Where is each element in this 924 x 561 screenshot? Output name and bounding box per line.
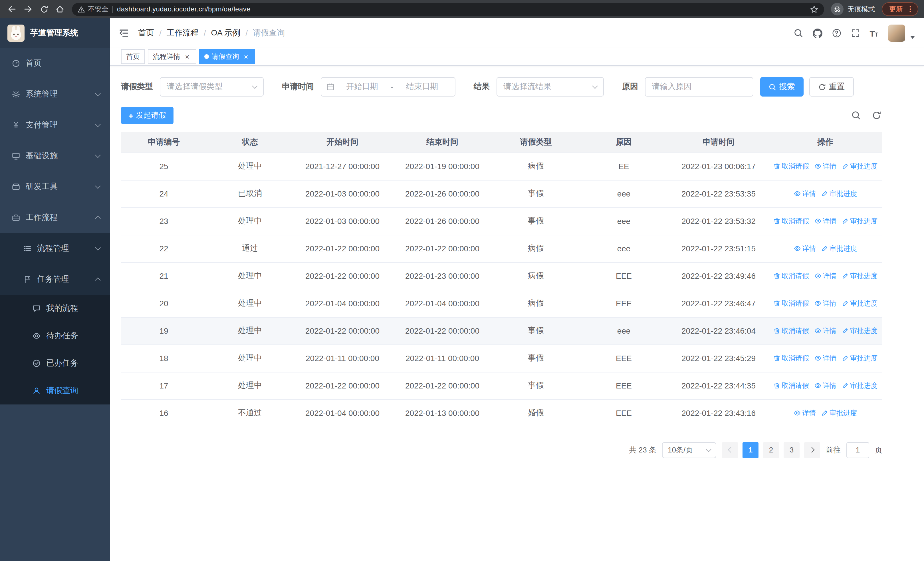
forward-button[interactable] [21, 2, 35, 17]
action-progress[interactable]: 审批进度 [842, 161, 878, 171]
breadcrumb-item[interactable]: OA 示例 [211, 28, 240, 38]
caret-down-icon[interactable] [910, 36, 915, 39]
sidebar-item-10[interactable]: 已办任务 [0, 350, 110, 377]
search-button[interactable]: 搜索 [760, 77, 804, 96]
sidebar-item-5[interactable]: 工作流程 [0, 202, 110, 233]
search-icon[interactable] [794, 29, 803, 38]
start-date-input[interactable]: 开始日期 [334, 82, 390, 92]
breadcrumb-item[interactable]: 首页 [138, 28, 154, 38]
action-detail[interactable]: 详情 [814, 381, 836, 391]
table-row[interactable]: 17处理中2022-01-22 00:00:002022-01-22 00:00… [121, 372, 882, 399]
result-select[interactable]: 请选择流结果 [496, 77, 604, 96]
action-cancel[interactable]: 取消请假 [773, 271, 809, 281]
action-cancel[interactable]: 取消请假 [773, 161, 809, 171]
back-button[interactable] [4, 2, 20, 17]
end-date-input[interactable]: 结束日期 [394, 82, 450, 92]
page-button-1[interactable]: 1 [742, 442, 759, 458]
apply-time-range-picker[interactable]: 开始日期 - 结束日期 [321, 77, 455, 96]
app-logo[interactable]: 芋道管理系统 [0, 18, 110, 48]
table-row[interactable]: 25处理中2021-12-27 00:00:002022-01-19 00:00… [121, 152, 882, 180]
leave-type-select[interactable]: 请选择请假类型 [160, 77, 264, 96]
table-row[interactable]: 20处理中2022-01-04 00:00:002022-01-04 00:00… [121, 290, 882, 317]
action-progress[interactable]: 审批进度 [821, 189, 857, 199]
table-row[interactable]: 22通过2022-01-22 00:00:002022-01-22 00:00:… [121, 235, 882, 262]
table-row[interactable]: 16不通过2022-01-04 00:00:002022-01-13 00:00… [121, 399, 882, 427]
reset-button[interactable]: 重置 [809, 77, 854, 96]
avatar[interactable] [888, 24, 905, 42]
sidebar-item-8[interactable]: 我的流程 [0, 295, 110, 322]
action-progress[interactable]: 审批进度 [842, 326, 878, 335]
action-detail[interactable]: 详情 [814, 216, 836, 226]
leave-table: 申请编号状态开始时间结束时间请假类型原因申请时间操作 25处理中2021-12-… [121, 132, 882, 427]
page-button-3[interactable]: 3 [784, 442, 800, 458]
action-cancel[interactable]: 取消请假 [773, 353, 809, 363]
sidebar-item-9[interactable]: 待办任务 [0, 322, 110, 350]
sidebar-item-1[interactable]: 系统管理 [0, 79, 110, 110]
tab-label: 流程详情 [153, 52, 180, 62]
breadcrumb-item[interactable]: 工作流程 [166, 28, 199, 38]
action-progress[interactable]: 审批进度 [842, 381, 878, 391]
address-bar[interactable]: 不安全 dashboard.yudao.iocoder.cn/bpm/oa/le… [72, 3, 824, 16]
action-detail[interactable]: 详情 [814, 271, 836, 281]
reason-input[interactable]: 请输入原因 [645, 77, 753, 96]
cell-reason: eee [579, 317, 669, 344]
update-chip[interactable]: 更新 [882, 2, 918, 16]
action-detail[interactable]: 详情 [794, 244, 816, 253]
sidebar-item-11[interactable]: 请假查询 [0, 377, 110, 405]
create-leave-button[interactable]: + 发起请假 [121, 107, 174, 124]
sidebar-item-2[interactable]: 支付管理 [0, 110, 110, 141]
page-button-2[interactable]: 2 [763, 442, 779, 458]
action-cancel[interactable]: 取消请假 [773, 298, 809, 308]
table-row[interactable]: 19处理中2022-01-22 00:00:002022-01-22 00:00… [121, 317, 882, 344]
tab-0[interactable]: 首页 [121, 49, 145, 64]
action-detail[interactable]: 详情 [814, 326, 836, 335]
close-icon[interactable]: × [242, 53, 250, 60]
sidebar-item-4[interactable]: 研发工具 [0, 171, 110, 202]
url-text[interactable]: dashboard.yudao.iocoder.cn/bpm/oa/leave [117, 5, 250, 13]
github-icon[interactable] [812, 28, 822, 38]
table-row[interactable]: 21处理中2022-01-22 00:00:002022-01-23 00:00… [121, 262, 882, 290]
security-chip[interactable]: 不安全 [78, 4, 108, 14]
action-cancel[interactable]: 取消请假 [773, 326, 809, 335]
home-button[interactable] [52, 2, 68, 17]
goto-page-input[interactable] [846, 442, 869, 458]
cell-apply-time: 2022-01-22 23:53:32 [669, 208, 768, 235]
sidebar-item-0[interactable]: 首页 [0, 48, 110, 79]
action-detail[interactable]: 详情 [814, 161, 836, 171]
tab-2[interactable]: 请假查询× [199, 49, 255, 64]
action-progress[interactable]: 审批进度 [842, 216, 878, 226]
action-detail[interactable]: 详情 [794, 408, 816, 418]
action-detail[interactable]: 详情 [814, 298, 836, 308]
action-progress[interactable]: 审批进度 [842, 353, 878, 363]
menu-dots-icon[interactable] [906, 5, 914, 13]
next-page-button[interactable] [804, 442, 820, 458]
action-progress[interactable]: 审批进度 [821, 244, 857, 253]
sidebar-item-3[interactable]: 基础设施 [0, 141, 110, 171]
help-icon[interactable] [832, 29, 841, 38]
action-detail[interactable]: 详情 [814, 353, 836, 363]
delete-icon [773, 272, 780, 279]
bookmark-star-icon[interactable] [810, 5, 818, 14]
action-progress[interactable]: 审批进度 [842, 298, 878, 308]
action-progress[interactable]: 审批进度 [821, 408, 857, 418]
action-progress[interactable]: 审批进度 [842, 271, 878, 281]
prev-page-button[interactable] [722, 442, 738, 458]
fontsize-icon[interactable]: TT [870, 28, 878, 38]
table-row[interactable]: 23处理中2022-01-03 00:00:002022-01-26 00:00… [121, 208, 882, 235]
table-row[interactable]: 24已取消2022-01-03 00:00:002022-01-26 00:00… [121, 180, 882, 208]
action-cancel[interactable]: 取消请假 [773, 216, 809, 226]
table-row[interactable]: 18处理中2022-01-11 00:00:002022-01-11 00:00… [121, 344, 882, 372]
sidebar-item-7[interactable]: 任务管理 [0, 264, 110, 295]
refresh-icon[interactable] [872, 111, 881, 120]
close-icon[interactable]: × [183, 53, 191, 60]
action-detail[interactable]: 详情 [794, 189, 816, 199]
hamburger-icon[interactable] [119, 28, 129, 38]
toggle-search-icon[interactable] [852, 111, 861, 120]
tab-1[interactable]: 流程详情× [148, 49, 196, 64]
action-cancel[interactable]: 取消请假 [773, 381, 809, 391]
page-size-select[interactable]: 10条/页 [662, 442, 716, 458]
reload-button[interactable] [36, 2, 51, 17]
fullscreen-icon[interactable] [850, 29, 860, 38]
sidebar-item-label: 已办任务 [46, 358, 100, 368]
sidebar-item-6[interactable]: 流程管理 [0, 233, 110, 264]
